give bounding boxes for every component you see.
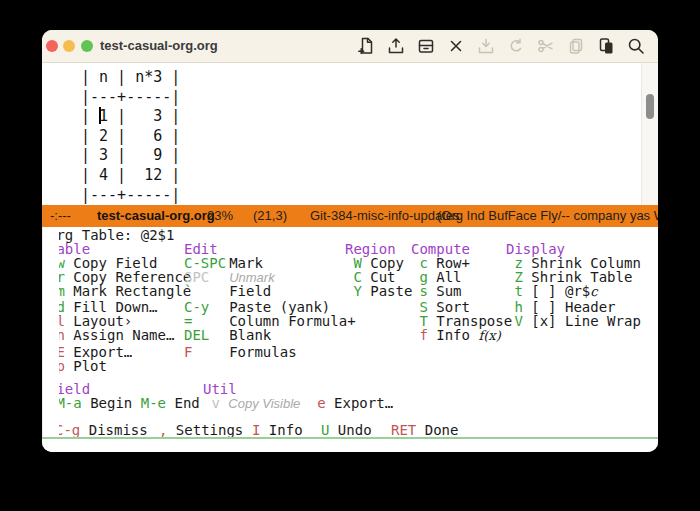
menu-item-S[interactable]: SSort: [411, 300, 512, 314]
menu-item-C-SPC[interactable]: C-SPCMark: [184, 256, 356, 270]
new-file-icon[interactable]: [356, 36, 376, 56]
footer-item-done[interactable]: RET Done: [391, 423, 458, 437]
menu-item-r[interactable]: rCopy Reference: [48, 270, 191, 284]
search-icon[interactable]: [626, 36, 646, 56]
menu-inline-items[interactable]: v Copy Visible e Export…: [203, 396, 393, 410]
menu-key: z: [506, 256, 523, 270]
menu-column-table: TablewCopy FieldrCopy ReferencemMark Rec…: [48, 242, 191, 373]
copy-icon[interactable]: [566, 36, 586, 56]
menu-item-s[interactable]: sSum: [411, 284, 512, 298]
menu-label: [326, 395, 334, 411]
menu-label: [300, 395, 317, 411]
menu-item-c[interactable]: cRow+: [411, 256, 512, 270]
menu-column-edit: EditC-SPCMarkSPCUnmark`FieldC-yPaste (ya…: [184, 242, 356, 359]
menu-key: s: [411, 284, 428, 298]
menu-item-label: Mark Rectangle: [73, 283, 191, 299]
menu-item-z[interactable]: zShrink Column: [506, 256, 641, 270]
menu-item-label: Info f(x): [436, 327, 500, 343]
zoom-window-button[interactable]: [81, 40, 93, 52]
menu-key: SPC: [184, 270, 226, 284]
menu-item-k[interactable]: `Field: [184, 284, 356, 298]
menu-item-f[interactable]: fInfo f(x): [411, 328, 512, 342]
menu-key: RET: [391, 422, 416, 438]
menu-column-header: Region: [345, 242, 412, 256]
emacs-window: test-casual-org.org | n | n*3 | |---+---…: [42, 30, 658, 452]
menu-item-g[interactable]: gAll: [411, 270, 512, 284]
menu-key: DEL: [184, 328, 226, 342]
footer-item-info[interactable]: I Info: [252, 423, 303, 437]
save-buffer-icon[interactable]: [476, 36, 496, 56]
menu-item-label: Field: [229, 283, 271, 299]
menu-item-l[interactable]: lLayout›: [48, 314, 191, 328]
menu-item-F[interactable]: FFormulas: [184, 345, 356, 359]
modeline-buffer-name[interactable]: test-casual-org.org: [97, 205, 215, 227]
menu-key: h: [506, 300, 523, 314]
buffer-scrollbar-thumb[interactable]: [646, 94, 654, 119]
menu-item-SPC[interactable]: SPCUnmark: [184, 270, 356, 284]
org-table-text[interactable]: | n | n*3 | |---+-----| | 1 | 3 | | 2 | …: [81, 68, 180, 205]
menu-label: Assign Name…: [73, 327, 174, 343]
menu-scrollbar-track[interactable]: [42, 227, 59, 437]
menu-label: End: [174, 395, 199, 411]
menu-label: Paste: [370, 283, 412, 299]
menu-item-Z[interactable]: ZShrink Table: [506, 270, 641, 284]
menu-key: F: [184, 345, 226, 359]
footer-item-dismiss[interactable]: C-g Dismiss: [55, 423, 148, 437]
menu-key: c: [411, 256, 428, 270]
minimize-window-button[interactable]: [63, 40, 75, 52]
menu-item-w[interactable]: wCopy Field: [48, 256, 191, 270]
menu-key: V: [506, 314, 523, 328]
menu-item-k[interactable]: =Column Formula+: [184, 314, 356, 328]
close-window-button[interactable]: [46, 40, 58, 52]
menu-item-Y[interactable]: YPaste: [345, 284, 412, 298]
menu-item-V[interactable]: V[x] Line Wrap: [506, 314, 641, 328]
modeline[interactable]: -:--- test-casual-org.org 23% (21,3) Git…: [42, 205, 658, 227]
menu-column-util: Utilv Copy Visible e Export…: [203, 382, 393, 410]
menu-item-n[interactable]: nAssign Name…: [48, 328, 191, 342]
menu-item-label: Blank: [229, 327, 271, 343]
menu-item-C[interactable]: CCut: [345, 270, 412, 284]
menu-key: M-e: [141, 395, 166, 411]
menu-item-h[interactable]: h[ ] Header: [506, 300, 641, 314]
paste-icon[interactable]: [596, 36, 616, 56]
footer-item-undo[interactable]: U Undo: [321, 423, 372, 437]
menu-item-label: [ ] @r$c: [531, 283, 597, 299]
org-buffer[interactable]: | n | n*3 | |---+-----| | 1 | 3 | | 2 | …: [42, 63, 658, 205]
menu-column-header: Display: [506, 242, 641, 256]
menu-key: g: [411, 270, 428, 284]
window-title: test-casual-org.org: [100, 30, 218, 62]
dired-icon[interactable]: [416, 36, 436, 56]
menu-item-t[interactable]: t[ ] @r$c: [506, 284, 641, 298]
open-file-icon[interactable]: [386, 36, 406, 56]
menu-column-header: Table: [48, 242, 191, 256]
footer-item-settings[interactable]: , Settings: [159, 423, 243, 437]
menu-item-T[interactable]: TTranspose: [411, 314, 512, 328]
menu-column-region: RegionWCopyCCutYPaste: [345, 242, 412, 298]
titlebar[interactable]: test-casual-org.org: [42, 30, 658, 63]
echo-area[interactable]: [42, 439, 658, 452]
menu-label: Field: [229, 283, 271, 299]
menu-item-DEL[interactable]: DELBlank: [184, 328, 356, 342]
modeline-minor-modes[interactable]: (Org Ind BufFace Fly/-- company yas Wrap: [437, 205, 658, 227]
close-buffer-icon[interactable]: [446, 36, 466, 56]
menu-scrollbar-thumb[interactable]: [43, 233, 51, 433]
buffer-scrollbar-track[interactable]: [641, 63, 658, 205]
undo-icon[interactable]: [506, 36, 526, 56]
menu-item-E[interactable]: EExport…: [48, 345, 191, 359]
menu-item-d[interactable]: dFill Down…: [48, 300, 191, 314]
modeline-status: -:---: [50, 205, 71, 227]
menu-key: M-a: [56, 395, 81, 411]
menu-column-header: Field: [48, 382, 200, 396]
menu-column-header: Util: [203, 382, 393, 396]
menu-key: v: [211, 395, 219, 411]
menu-key: W: [345, 256, 362, 270]
cut-icon[interactable]: [536, 36, 556, 56]
menu-item-p[interactable]: pPlot: [48, 359, 191, 373]
menu-item-m[interactable]: mMark Rectangle: [48, 284, 191, 298]
menu-item-W[interactable]: WCopy: [345, 256, 412, 270]
menu-label: c: [590, 284, 597, 299]
menu-inline-items[interactable]: M-a Begin M-e End: [48, 396, 200, 410]
menu-item-label: Paste: [370, 283, 412, 299]
menu-item-C-y[interactable]: C-yPaste (yank): [184, 300, 356, 314]
menu-label: Copy Visible: [228, 396, 300, 411]
